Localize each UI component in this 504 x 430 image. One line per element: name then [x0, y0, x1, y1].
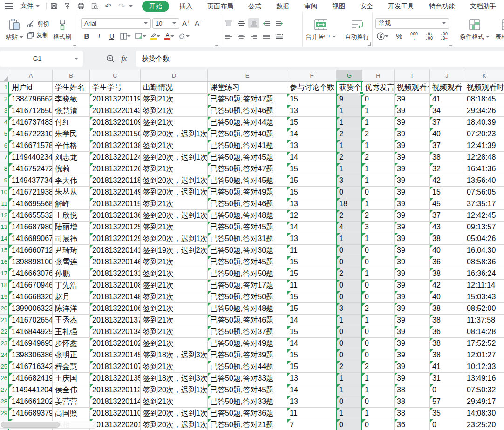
- cell-J4[interactable]: 37: [430, 117, 464, 128]
- row-header-5[interactable]: 5: [0, 128, 9, 140]
- cell-F27[interactable]: 14: [287, 384, 337, 396]
- print-preview-button[interactable]: [90, 1, 99, 11]
- merge-center-button[interactable]: 合并居中: [303, 15, 339, 45]
- table-style-button[interactable]: 表格样式: [492, 15, 504, 45]
- cell-E30[interactable]: 已答50题,答对21题: [208, 419, 287, 430]
- cell-A19[interactable]: 1416668320: [9, 291, 53, 303]
- cell-D2[interactable]: 签到21次: [141, 94, 208, 105]
- cell-G5[interactable]: 2: [337, 128, 362, 140]
- borders-button[interactable]: [119, 31, 132, 41]
- cell-E14[interactable]: 已答50题,答对31题: [208, 233, 287, 245]
- row-header-6[interactable]: 6: [0, 140, 9, 152]
- cell-C23[interactable]: 201813220102: [90, 338, 141, 349]
- cell-F29[interactable]: 11: [287, 408, 337, 419]
- grow-font-button[interactable]: A⁺: [181, 18, 192, 28]
- cell-B13[interactable]: 陆丽增: [53, 222, 90, 233]
- cell-E6[interactable]: 已答50题,答对41题: [208, 140, 287, 152]
- cell-J7[interactable]: 38: [430, 152, 464, 163]
- cell-J20[interactable]: 38: [430, 303, 464, 315]
- cell-J2[interactable]: 41: [430, 94, 464, 105]
- align-center-button[interactable]: [236, 31, 247, 41]
- cell-I9[interactable]: 39: [395, 175, 430, 187]
- fill-color-button[interactable]: [134, 31, 148, 41]
- cell-D23[interactable]: 签到21次: [141, 338, 208, 349]
- cell-A13[interactable]: 1416687980: [9, 222, 53, 233]
- cell-A21[interactable]: 1416702654: [9, 315, 53, 326]
- cell-G12[interactable]: 2: [337, 210, 362, 222]
- cell-J11[interactable]: 45: [430, 198, 464, 210]
- cell-B4[interactable]: 付红: [53, 117, 90, 128]
- cell-A28[interactable]: 1416661202: [9, 396, 53, 408]
- menu-tab-10[interactable]: 文档助手: [463, 0, 504, 12]
- cell-D6[interactable]: 签到21次: [141, 140, 208, 152]
- cell-A9[interactable]: 1149437734: [9, 175, 53, 187]
- cell-H23[interactable]: 0: [362, 338, 395, 349]
- cell-H18[interactable]: 0: [362, 280, 395, 291]
- cell-J29[interactable]: 35: [430, 408, 464, 419]
- cell-I27[interactable]: 38: [395, 384, 430, 396]
- increase-indent-button[interactable]: [273, 18, 285, 28]
- cell-E29[interactable]: 已答50题,答对36题: [208, 408, 287, 419]
- cell-A20[interactable]: 1399006323: [9, 303, 53, 315]
- cell-D1[interactable]: 出勤情况: [141, 82, 208, 94]
- cell-K30[interactable]: 23:25:20: [464, 419, 504, 430]
- cell-F15[interactable]: 11: [287, 245, 337, 256]
- cell-A12[interactable]: 1416655532: [9, 210, 53, 222]
- row-header-22[interactable]: 22: [0, 326, 9, 338]
- column-header-I[interactable]: I: [395, 70, 430, 82]
- cell-I6[interactable]: 39: [395, 140, 430, 152]
- column-header-G[interactable]: G: [337, 70, 362, 82]
- cell-I12[interactable]: 39: [395, 210, 430, 222]
- cell-G6[interactable]: 1: [337, 140, 362, 152]
- format-painter-button[interactable]: 格式刷: [50, 15, 74, 45]
- cell-J22[interactable]: 36: [430, 326, 464, 338]
- cell-B9[interactable]: 李天伟: [53, 175, 90, 187]
- cell-E11[interactable]: 已答50题,答对46题: [208, 198, 287, 210]
- cell-G16[interactable]: 0: [337, 256, 362, 268]
- cell-C13[interactable]: 201813220125: [90, 222, 141, 233]
- italic-button[interactable]: I: [94, 31, 105, 41]
- cell-F9[interactable]: 15: [287, 175, 337, 187]
- cell-D10[interactable]: 签到20次，迟到1次: [141, 187, 208, 198]
- column-header-H[interactable]: H: [362, 70, 395, 82]
- percent-format-button[interactable]: %: [394, 31, 405, 41]
- cell-J16[interactable]: 36: [430, 256, 464, 268]
- menu-tab-4[interactable]: 数据: [269, 0, 297, 12]
- paste-button[interactable]: 粘贴: [3, 15, 26, 45]
- cell-J8[interactable]: 32: [430, 163, 464, 175]
- cell-G10[interactable]: 0: [337, 187, 362, 198]
- row-header-10[interactable]: 10: [0, 187, 9, 198]
- cell-G22[interactable]: 0: [337, 326, 362, 338]
- distribute-button[interactable]: [273, 31, 285, 41]
- row-header-28[interactable]: 28: [0, 396, 9, 408]
- menu-tab-2[interactable]: 页面布局: [200, 0, 241, 12]
- cell-H14[interactable]: 1: [362, 233, 395, 245]
- font-size-select[interactable]: 10: [152, 18, 179, 29]
- cell-C8[interactable]: 201813220126: [90, 163, 141, 175]
- cell-A29[interactable]: 1416689379: [9, 408, 53, 419]
- cell-B6[interactable]: 辛伟格: [53, 140, 90, 152]
- row-header-18[interactable]: 18: [0, 280, 9, 291]
- cell-K3[interactable]: 29:34:26: [464, 105, 504, 117]
- cell-B7[interactable]: 刘志龙: [53, 152, 90, 163]
- cell-C2[interactable]: 201813220119: [90, 94, 141, 105]
- cell-K10[interactable]: 07:56:05: [464, 187, 504, 198]
- cell-H19[interactable]: 0: [362, 291, 395, 303]
- cell-F1[interactable]: 参与讨论个数: [287, 82, 337, 94]
- row-header-9[interactable]: 9: [0, 175, 9, 187]
- cell-D25[interactable]: 签到21次: [141, 361, 208, 373]
- cell-A16[interactable]: 1398898100: [9, 256, 53, 268]
- cell-C17[interactable]: 201813220131: [90, 268, 141, 280]
- cell-G20[interactable]: 3: [337, 303, 362, 315]
- cell-F16[interactable]: 15: [287, 256, 337, 268]
- cell-H26[interactable]: 1: [362, 373, 395, 384]
- cell-H30[interactable]: 0: [362, 419, 395, 430]
- cell-G25[interactable]: 2: [337, 361, 362, 373]
- cell-F17[interactable]: 15: [287, 268, 337, 280]
- cell-I1[interactable]: 视频观看个数: [395, 82, 430, 94]
- cell-H8[interactable]: 1: [362, 163, 395, 175]
- row-header-1[interactable]: 1: [0, 82, 9, 94]
- row-header-13[interactable]: 13: [0, 222, 9, 233]
- cell-H5[interactable]: 2: [362, 128, 395, 140]
- cell-C6[interactable]: 201813220138: [90, 140, 141, 152]
